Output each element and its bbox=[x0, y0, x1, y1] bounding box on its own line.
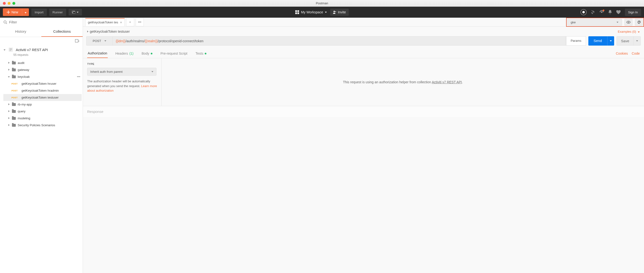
request-tab[interactable]: getKeycloakToken tes × bbox=[85, 18, 125, 26]
caret-right-icon bbox=[8, 110, 10, 112]
tree-item-label: getKeycloakToken testuser bbox=[22, 96, 58, 99]
folder-row[interactable]: keycloak••• bbox=[3, 73, 82, 80]
caret-down-icon bbox=[8, 76, 10, 78]
folder-row[interactable]: audit bbox=[3, 59, 82, 66]
svg-rect-1 bbox=[73, 11, 75, 13]
workspace-area: My Workspace Invite bbox=[295, 8, 349, 16]
folder-row[interactable]: Security Policies Scenarios bbox=[3, 122, 82, 129]
subtab-authorization[interactable]: Authorization bbox=[87, 49, 108, 58]
caret-right-icon bbox=[8, 103, 10, 105]
close-tab-icon[interactable]: × bbox=[120, 20, 122, 24]
request-row[interactable]: POSTgetKeycloakToken hruser bbox=[3, 80, 82, 87]
heart-icon[interactable] bbox=[616, 10, 620, 14]
save-button[interactable]: Save bbox=[617, 36, 634, 45]
environment-quicklook-button[interactable] bbox=[624, 19, 632, 26]
tab-options-button[interactable]: ••• bbox=[136, 18, 144, 26]
subtab-tests[interactable]: Tests bbox=[195, 49, 207, 58]
new-button-group: New bbox=[3, 8, 29, 16]
tree-item-label: getKeycloakToken hruser bbox=[22, 82, 56, 85]
folder-row[interactable]: rb-my-app bbox=[3, 101, 82, 108]
url-input[interactable]: {{idm}}/auth/realms/{{realm}}/protocol/o… bbox=[113, 36, 566, 45]
filter-box bbox=[0, 18, 83, 26]
user-plus-icon bbox=[333, 10, 336, 14]
request-row[interactable]: POSTgetKeycloakToken testuser bbox=[3, 94, 82, 101]
folder-row[interactable]: modeling bbox=[3, 115, 82, 122]
close-window-button[interactable] bbox=[3, 2, 6, 5]
new-button[interactable]: New bbox=[3, 8, 22, 16]
auth-collection-link[interactable]: Activiti v7 REST API bbox=[432, 80, 462, 84]
save-dropdown[interactable] bbox=[634, 36, 640, 45]
plus-icon bbox=[7, 10, 10, 14]
invite-button[interactable]: Invite bbox=[330, 8, 348, 16]
subtab-body[interactable]: Body bbox=[141, 49, 153, 58]
collection-name: Activiti v7 REST API bbox=[16, 48, 48, 52]
caret-right-icon[interactable] bbox=[87, 30, 88, 32]
params-button[interactable]: Params bbox=[566, 36, 586, 45]
url-text: /auth/realms/ bbox=[126, 39, 145, 43]
subtab-prerequest[interactable]: Pre-request Script bbox=[160, 49, 188, 58]
request-row[interactable]: POSTgetKeycloakToken hradmin bbox=[3, 87, 82, 94]
request-tabs: getKeycloakToken tes × + ••• bbox=[83, 18, 566, 27]
chevron-down-icon bbox=[636, 40, 638, 41]
collection-tree: auditgatewaykeycloak•••POSTgetKeycloakTo… bbox=[0, 58, 83, 130]
tree-item-label: Security Policies Scenarios bbox=[18, 123, 55, 127]
chevron-down-icon bbox=[104, 40, 106, 41]
folder-row[interactable]: query bbox=[3, 108, 82, 115]
request-subtabs: Authorization Headers (1) Body Pre-reque… bbox=[83, 47, 644, 58]
tree-item-label: rb-my-app bbox=[18, 103, 32, 106]
svg-rect-2 bbox=[295, 10, 297, 12]
tab-history[interactable]: History bbox=[0, 26, 41, 37]
auth-type-label: TYPE bbox=[87, 62, 157, 65]
response-section: Response bbox=[83, 106, 644, 117]
method-label: POST bbox=[93, 39, 101, 43]
runner-button[interactable]: Runner bbox=[49, 8, 66, 16]
filter-input[interactable] bbox=[9, 20, 79, 24]
method-dropdown[interactable]: POST bbox=[86, 36, 113, 45]
tab-collections[interactable]: Collections bbox=[41, 26, 83, 37]
tree-item-label: getKeycloakToken hradmin bbox=[22, 89, 59, 92]
sync-icon[interactable] bbox=[580, 9, 587, 15]
auth-helper-text: This request is using an authorization h… bbox=[343, 80, 432, 84]
save-button-group: Save bbox=[616, 36, 641, 45]
maximize-window-button[interactable] bbox=[12, 2, 15, 5]
folder-icon bbox=[12, 75, 16, 78]
sidebar: History Collections Activiti v7 REST API… bbox=[0, 18, 83, 273]
collection-header[interactable]: Activiti v7 REST API bbox=[0, 45, 83, 53]
new-window-button[interactable] bbox=[68, 9, 82, 15]
environment-selected: gke bbox=[571, 20, 576, 24]
code-link[interactable]: Code bbox=[632, 51, 640, 55]
caret-right-icon bbox=[8, 117, 10, 119]
folder-icon bbox=[12, 117, 16, 120]
auth-type-dropdown[interactable]: Inherit auth from parent bbox=[87, 68, 156, 76]
signin-button[interactable]: Sign In bbox=[625, 8, 641, 16]
send-dropdown[interactable] bbox=[607, 36, 614, 45]
url-text: /protocol/openid-connect/token bbox=[158, 39, 203, 43]
folder-row[interactable]: gateway bbox=[3, 66, 82, 73]
environment-settings-button[interactable] bbox=[635, 19, 643, 26]
auth-desc-text: The authorization header will be automat… bbox=[87, 79, 150, 88]
toolbar-right: Sign In bbox=[580, 8, 641, 16]
import-button[interactable]: Import bbox=[31, 8, 47, 16]
send-button[interactable]: Send bbox=[588, 36, 607, 45]
new-dropdown[interactable] bbox=[22, 8, 29, 16]
workspace-switcher[interactable]: My Workspace bbox=[295, 10, 327, 14]
gear-icon bbox=[637, 20, 641, 24]
chevron-down-icon bbox=[152, 71, 153, 72]
subtab-headers[interactable]: Headers (1) bbox=[115, 49, 134, 58]
new-collection-icon[interactable] bbox=[75, 39, 79, 43]
svg-point-14 bbox=[628, 22, 629, 23]
caret-down-icon bbox=[4, 49, 6, 51]
minimize-window-button[interactable] bbox=[8, 2, 10, 5]
svg-rect-12 bbox=[10, 49, 12, 50]
row-more-icon[interactable]: ••• bbox=[77, 75, 80, 78]
method-badge: POST bbox=[12, 89, 20, 92]
examples-dropdown[interactable]: Examples (0) bbox=[618, 30, 640, 33]
bell-icon[interactable] bbox=[608, 10, 612, 14]
environment-dropdown[interactable]: gke bbox=[567, 19, 622, 26]
satellite-icon[interactable] bbox=[591, 10, 595, 14]
new-tab-button[interactable]: + bbox=[126, 18, 134, 26]
broadcast-icon[interactable] bbox=[600, 10, 604, 14]
auth-left-panel: TYPE Inherit auth from parent The author… bbox=[83, 58, 162, 106]
cookies-link[interactable]: Cookies bbox=[616, 51, 628, 55]
status-dot-icon bbox=[205, 53, 206, 54]
